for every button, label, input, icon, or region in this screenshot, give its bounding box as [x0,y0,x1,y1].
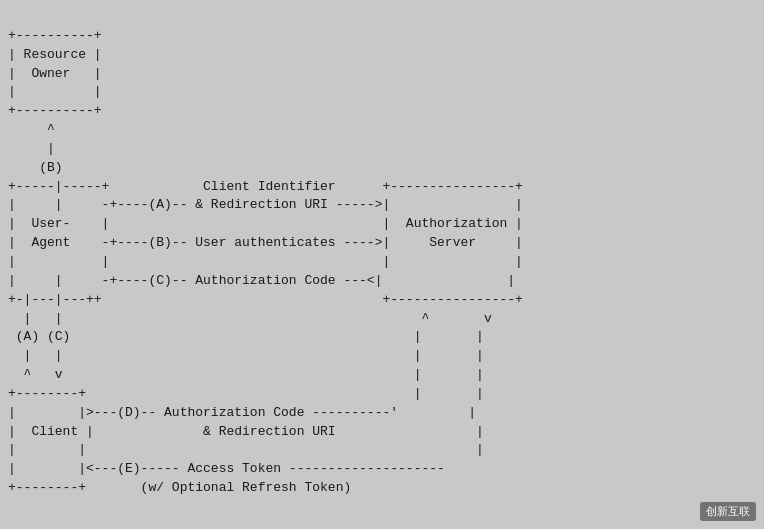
oauth-diagram: +----------+ | Resource | | Owner | | | … [8,8,523,498]
watermark: 创新互联 [700,502,756,521]
diagram-text: +----------+ | Resource | | Owner | | | … [8,28,523,495]
